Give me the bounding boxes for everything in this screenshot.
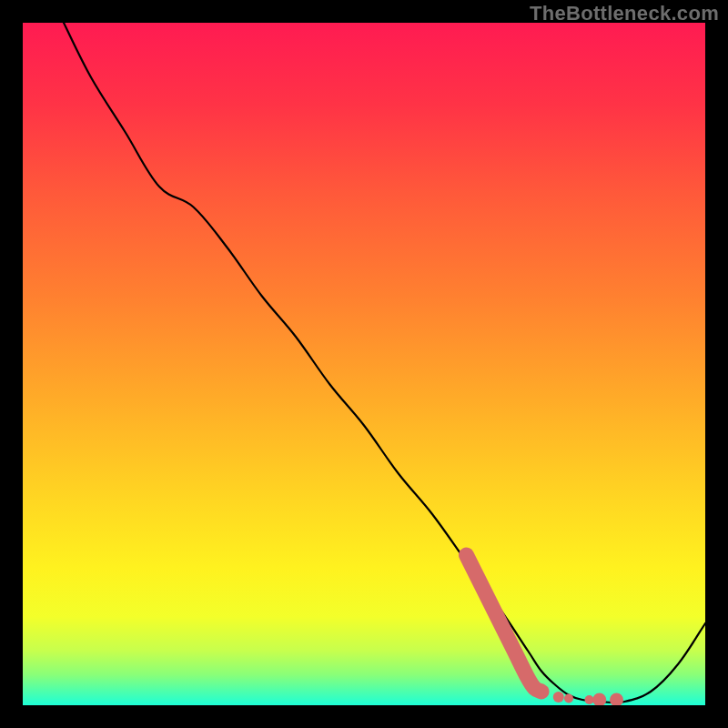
main-curve [64,23,705,703]
svg-point-5 [610,693,623,706]
outer-frame: TheBottleneck.com [0,0,728,728]
svg-point-3 [585,695,594,704]
chart-overlay [23,23,705,705]
highlight-segment [467,555,542,692]
highlight-dots [553,692,623,705]
svg-point-1 [553,692,564,703]
svg-point-4 [592,693,606,706]
plot-area [23,23,705,705]
svg-point-2 [564,694,573,703]
